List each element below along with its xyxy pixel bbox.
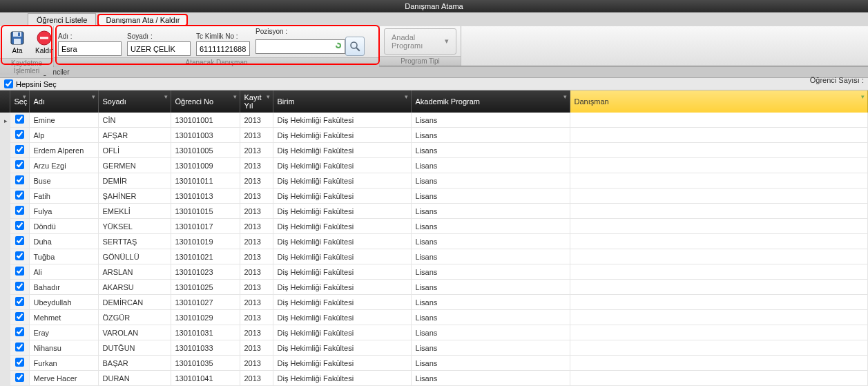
col-birim[interactable]: Birim▾ (273, 90, 411, 113)
col-indicator (0, 90, 10, 113)
col-program[interactable]: Akademik Program▾ (411, 90, 570, 113)
cell-program: Lisans (411, 264, 570, 280)
cell-danisman (570, 113, 868, 128)
col-danisman[interactable]: Danışman▾ (570, 90, 868, 113)
table-row[interactable]: BuseDEMİR1301010112013Diş Hekimliği Fakü… (0, 173, 868, 189)
row-checkbox[interactable] (15, 130, 24, 139)
soyadi-input[interactable] (127, 41, 191, 56)
row-indicator (0, 143, 10, 158)
row-checkbox[interactable] (15, 267, 24, 276)
row-checkbox[interactable] (15, 191, 24, 200)
row-indicator (0, 310, 10, 325)
cell-danisman (570, 219, 868, 234)
row-checkbox[interactable] (15, 297, 24, 306)
row-checkbox[interactable] (15, 115, 24, 124)
table-row[interactable]: FurkanBAŞAR1301010352013Diş Hekimliği Fa… (0, 356, 868, 371)
table-row[interactable]: ErayVAROLAN1301010312013Diş Hekimliği Fa… (0, 325, 868, 340)
table-row[interactable]: AlpAFŞAR1301010032013Diş Hekimliği Fakül… (0, 128, 868, 143)
col-adi[interactable]: Adı▾ (29, 90, 98, 113)
row-checkbox[interactable] (15, 145, 24, 154)
cell-soyadi: EMEKLİ (98, 204, 171, 219)
search-button[interactable] (345, 37, 365, 56)
filter-icon[interactable]: ▾ (164, 93, 168, 100)
table-row[interactable]: NihansuDUTĞUN1301010332013Diş Hekimliği … (0, 340, 868, 356)
table-row[interactable]: AliARSLAN1301010232013Diş Hekimliği Fakü… (0, 264, 868, 280)
row-indicator (0, 356, 10, 371)
svg-point-6 (351, 42, 357, 48)
cell-soyadi: ARSLAN (98, 264, 171, 280)
col-kayityil[interactable]: Kayıt Yıl▾ (240, 90, 273, 113)
refresh-icon[interactable] (334, 41, 343, 51)
cell-kayityil: 2013 (240, 310, 273, 325)
cell-program: Lisans (411, 113, 570, 128)
table-row[interactable]: DuhaSERTTAŞ1301010192013Diş Hekimliği Fa… (0, 234, 868, 249)
cell-danisman (570, 128, 868, 143)
table-row[interactable]: FatihŞAHİNER1301010132013Diş Hekimliği F… (0, 189, 868, 204)
cell-kayityil: 2013 (240, 325, 273, 340)
col-ogrno[interactable]: Öğrenci No▾ (171, 90, 240, 113)
ata-button[interactable]: Ata (4, 28, 30, 57)
filter-icon[interactable]: ▾ (92, 93, 95, 100)
row-checkbox[interactable] (15, 251, 24, 260)
table-row[interactable]: DöndüYÜKSEL1301010172013Diş Hekimliği Fa… (0, 219, 868, 234)
adi-input[interactable] (58, 41, 122, 56)
tc-input[interactable] (196, 41, 250, 56)
cell-kayityil: 2013 (240, 128, 273, 143)
cell-birim: Diş Hekimliği Fakültesi (273, 113, 411, 128)
table-row[interactable]: FulyaEMEKLİ1301010152013Diş Hekimliği Fa… (0, 204, 868, 219)
row-checkbox[interactable] (15, 373, 24, 382)
tab-danisman-ata-kaldir[interactable]: Danışman Ata / Kaldır (97, 14, 188, 26)
cell-danisman (570, 204, 868, 219)
table-row[interactable]: UbeydullahDEMİRCAN1301010272013Diş Hekim… (0, 295, 868, 310)
select-all-checkbox[interactable] (4, 79, 13, 88)
table-row[interactable]: Arzu EzgiGERMEN1301010092013Diş Hekimliğ… (0, 158, 868, 173)
row-indicator (0, 264, 10, 280)
table-row[interactable]: BahadırAKARSU1301010252013Diş Hekimliği … (0, 280, 868, 295)
table-row[interactable]: Erdem AlperenOFLİ1301010052013Diş Hekiml… (0, 143, 868, 158)
col-soyadi[interactable]: Soyadı▾ (98, 90, 171, 113)
cell-soyadi: ŞAHİNER (98, 189, 171, 204)
row-checkbox[interactable] (15, 221, 24, 230)
tab-bar: Öğrenci Listele Danışman Ata / Kaldır (0, 12, 868, 26)
cell-ogrno: 130101011 (171, 173, 240, 189)
row-checkbox[interactable] (15, 312, 24, 321)
row-checkbox[interactable] (15, 282, 24, 291)
filter-icon[interactable]: ▾ (267, 93, 270, 100)
filter-icon[interactable]: ▾ (563, 93, 567, 100)
pozisyon-input[interactable] (255, 39, 345, 54)
select-all-label: Hepsini Seç (16, 80, 57, 88)
cell-program: Lisans (411, 356, 570, 371)
cell-danisman (570, 249, 868, 264)
row-checkbox[interactable] (15, 358, 24, 367)
cell-birim: Diş Hekimliği Fakültesi (273, 264, 411, 280)
row-checkbox[interactable] (15, 342, 24, 351)
cell-ogrno: 130101019 (171, 234, 240, 249)
row-checkbox-cell (10, 249, 29, 264)
filter-icon[interactable]: ▾ (23, 93, 26, 100)
filter-icon[interactable]: ▾ (861, 93, 865, 100)
student-grid[interactable]: Seç▾ Adı▾ Soyadı▾ Öğrenci No▾ Kayıt Yıl▾… (0, 90, 868, 386)
cell-soyadi: AKARSU (98, 280, 171, 295)
col-sec[interactable]: Seç▾ (10, 90, 29, 113)
row-checkbox[interactable] (15, 160, 24, 169)
filter-icon[interactable]: ▾ (405, 93, 408, 100)
table-row[interactable]: ▸EmineCİN1301010012013Diş Hekimliği Fakü… (0, 113, 868, 128)
row-checkbox[interactable] (15, 327, 24, 336)
tab-ogrenci-listele[interactable]: Öğrenci Listele (28, 13, 96, 26)
anadal-dropdown[interactable]: Anadal Programı (384, 28, 456, 55)
row-checkbox[interactable] (15, 175, 24, 184)
cell-ogrno: 130101027 (171, 295, 240, 310)
window-title: Danışman Atama (0, 0, 868, 12)
cell-danisman (570, 264, 868, 280)
cell-danisman (570, 143, 868, 158)
row-checkbox[interactable] (15, 206, 24, 215)
row-checkbox[interactable] (15, 236, 24, 245)
cell-ogrno: 130101021 (171, 249, 240, 264)
table-row[interactable]: MehmetÖZGÜR1301010292013Diş Hekimliği Fa… (0, 310, 868, 325)
table-row[interactable]: TuğbaGÖNÜLLÜ1301010212013Diş Hekimliği F… (0, 249, 868, 264)
cell-ogrno: 130101013 (171, 189, 240, 204)
list-header: Listelenen Öğrenciler (0, 66, 868, 78)
cell-soyadi: GERMEN (98, 158, 171, 173)
filter-icon[interactable]: ▾ (233, 93, 237, 100)
table-row[interactable]: Merve HacerDURAN1301010412013Diş Hekimli… (0, 371, 868, 386)
